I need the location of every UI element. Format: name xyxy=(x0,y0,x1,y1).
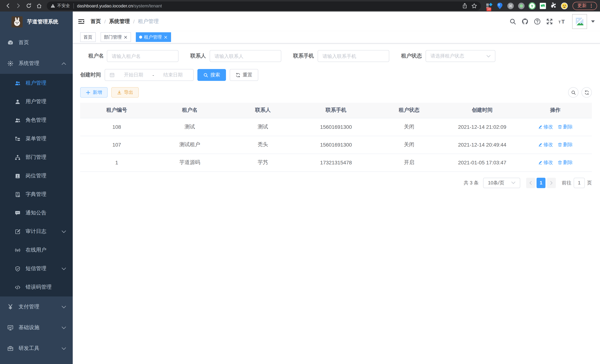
sidebar-item-label: 短信管理 xyxy=(26,265,46,272)
github-icon[interactable] xyxy=(522,18,528,25)
sidebar-item-pay[interactable]: 支付管理 xyxy=(0,297,73,317)
reset-button[interactable]: 重置 xyxy=(230,69,258,81)
browser-reload-button[interactable] xyxy=(24,1,33,10)
sidebar-item-user[interactable]: 用户管理 xyxy=(0,92,73,111)
sidebar-item-audit-log[interactable]: 审计日志 xyxy=(0,222,73,241)
refresh-table-button[interactable] xyxy=(581,87,592,98)
sidebar-item-dept[interactable]: 部门管理 xyxy=(0,148,73,167)
breadcrumb-item-2[interactable]: 系统管理 xyxy=(109,18,130,25)
add-button[interactable]: 新增 xyxy=(80,87,108,98)
edit-icon xyxy=(538,125,542,129)
chevron-up-icon xyxy=(62,62,66,65)
sidebar-item-online-user[interactable]: 在线用户 xyxy=(0,241,73,259)
column-header-6: 创建时间 xyxy=(446,103,519,118)
mobile-input[interactable] xyxy=(322,53,384,59)
browser-forward-button[interactable] xyxy=(13,1,23,10)
extension-profile[interactable] xyxy=(561,2,568,9)
help-icon[interactable] xyxy=(534,18,541,25)
user-menu-caret-icon[interactable] xyxy=(591,20,595,22)
sidebar-item-role[interactable]: 角色管理 xyxy=(0,111,73,130)
status-placeholder: 请选择租户状态 xyxy=(431,53,464,59)
home-icon xyxy=(36,3,42,9)
avatar[interactable] xyxy=(572,14,587,29)
close-icon[interactable] xyxy=(123,35,128,39)
sidebar-item-dev-tool[interactable]: 研发工具 xyxy=(0,338,73,359)
collapse-sidebar-icon[interactable] xyxy=(78,18,84,25)
delete-link[interactable]: 删除 xyxy=(558,141,573,148)
sidebar-item-post[interactable]: 岗位管理 xyxy=(0,167,73,185)
edit-icon xyxy=(538,160,542,165)
create-time-range-picker[interactable]: 开始日期 - 结束日期 xyxy=(105,69,194,81)
font-size-icon[interactable]: TT xyxy=(558,18,567,25)
toggle-search-button[interactable] xyxy=(568,87,579,98)
sidebar-item-error-code[interactable]: 错误码管理 xyxy=(0,278,73,297)
goto-page-input[interactable] xyxy=(574,177,585,188)
bookmark-star-icon[interactable] xyxy=(471,3,477,9)
extension-docs[interactable] xyxy=(539,2,547,9)
extension-balloon[interactable] xyxy=(496,2,504,9)
export-button[interactable]: 导出 xyxy=(111,87,139,98)
url-path: /system/tenant xyxy=(133,3,162,8)
trash-icon xyxy=(558,125,562,129)
search-icon[interactable] xyxy=(509,18,516,25)
contact-label: 联系人 xyxy=(190,53,206,59)
status-select[interactable]: 请选择租户状态 xyxy=(426,50,495,62)
tab-tenant[interactable]: 租户管理 xyxy=(136,32,171,42)
share-icon[interactable] xyxy=(462,3,468,9)
sidebar-item-sms[interactable]: 短信管理 xyxy=(0,259,73,278)
extension-ext-grid[interactable]: 10 xyxy=(485,2,493,9)
next-page-button[interactable] xyxy=(547,177,556,188)
extension-puzzle[interactable] xyxy=(550,2,557,9)
close-icon[interactable] xyxy=(164,35,168,39)
sidebar-item-notice[interactable]: 通知公告 xyxy=(0,204,73,222)
active-dot xyxy=(139,36,142,38)
table-toolbar: 新增 导出 xyxy=(80,87,592,98)
delete-link[interactable]: 删除 xyxy=(558,123,573,130)
browser-update-button[interactable]: 更新 xyxy=(572,2,597,10)
sidebar-item-label: 部门管理 xyxy=(26,154,46,161)
start-date-placeholder: 开始日期 xyxy=(118,72,150,78)
screen: 不安全 dashboard.yudao.iocoder.cn/system/te… xyxy=(0,0,600,364)
sidebar-item-label: 首页 xyxy=(19,39,29,46)
tab-home[interactable]: 首页 xyxy=(80,32,96,42)
cell-mobile: 15601691300 xyxy=(300,118,373,136)
update-label: 更新 xyxy=(577,3,587,9)
search-button[interactable]: 搜索 xyxy=(197,69,226,81)
arrow-right-icon xyxy=(550,181,553,185)
sidebar-item-tenant[interactable]: 租户管理 xyxy=(0,74,73,92)
magnifier-icon xyxy=(571,90,576,95)
edit-link[interactable]: 修改 xyxy=(538,159,553,166)
search-button-icon xyxy=(203,73,208,77)
sidebar-item-infra[interactable]: 基础设施 xyxy=(0,317,73,338)
cell-status: 关闭 xyxy=(373,118,446,136)
sidebar-item-menu[interactable]: 菜单管理 xyxy=(0,130,73,148)
tab-dept[interactable]: 部门管理 xyxy=(101,32,131,42)
column-header-1: 租户编号 xyxy=(80,103,153,118)
broken-image-icon xyxy=(575,17,584,26)
address-bar[interactable]: 不安全 dashboard.yudao.iocoder.cn/system/te… xyxy=(47,1,481,10)
page-size-select[interactable]: 10条/页 xyxy=(483,177,520,188)
extension-yudao[interactable]: Y xyxy=(528,2,536,9)
page-number-1[interactable]: 1 xyxy=(536,177,545,188)
cell-status: 开启 xyxy=(373,154,446,171)
security-chip[interactable]: 不安全 xyxy=(50,3,70,9)
kebab-menu-icon[interactable] xyxy=(589,3,594,8)
delete-link[interactable]: 删除 xyxy=(558,159,573,166)
extension-command[interactable]: ⌘ xyxy=(507,2,514,9)
delete-label: 删除 xyxy=(563,159,573,166)
tenant-name-input[interactable] xyxy=(112,53,174,59)
sidebar-item-home[interactable]: 首页 xyxy=(0,32,73,53)
sidebar-item-system[interactable]: 系统管理 xyxy=(0,53,73,74)
fullscreen-icon[interactable] xyxy=(546,18,553,25)
breadcrumb-item-1[interactable]: 首页 xyxy=(91,18,101,25)
prev-page-button[interactable] xyxy=(526,177,535,188)
contact-input[interactable] xyxy=(215,53,276,59)
edit-link[interactable]: 修改 xyxy=(538,141,553,148)
extension-recorder[interactable] xyxy=(518,2,525,9)
browser-home-button[interactable] xyxy=(34,1,44,10)
cell-status: 关闭 xyxy=(373,136,446,154)
sidebar-item-dict[interactable]: 字典管理 xyxy=(0,185,73,204)
browser-back-button[interactable] xyxy=(3,1,13,10)
logo-row[interactable]: 芋道管理系统 xyxy=(0,11,73,32)
edit-link[interactable]: 修改 xyxy=(538,123,553,130)
